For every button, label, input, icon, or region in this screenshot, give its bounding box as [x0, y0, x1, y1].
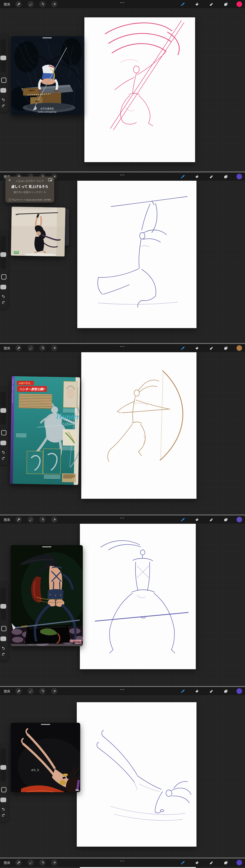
actions-button[interactable]	[15, 688, 22, 694]
color-swatch-button[interactable]	[237, 174, 242, 179]
modify-button[interactable]	[1, 274, 6, 279]
multitask-dots[interactable]: •••	[120, 517, 125, 519]
redo-button[interactable]	[1, 300, 5, 304]
layers-button[interactable]	[223, 174, 229, 179]
undo-button[interactable]	[1, 450, 5, 454]
reference-window-figure-back[interactable]: ACTOYS actoys.net	[11, 545, 83, 646]
eraser-tool-button[interactable]	[209, 517, 214, 522]
transform-button[interactable]	[51, 860, 57, 866]
smudge-tool-button[interactable]	[195, 517, 200, 522]
redo-button[interactable]	[1, 652, 5, 656]
eraser-tool-button[interactable]	[209, 174, 214, 179]
brush-tool-button[interactable]	[180, 174, 185, 179]
modify-button[interactable]	[1, 430, 6, 435]
layers-button[interactable]	[223, 860, 229, 865]
now-playing-row[interactable]: ♪ サムライハート (Some Like It Hot!!) - SPYAIR	[5, 198, 54, 201]
brush-size-slider[interactable]	[0, 408, 6, 413]
canvas-page[interactable]	[84, 18, 195, 162]
actions-button[interactable]	[15, 1, 22, 7]
brush-tool-button[interactable]	[180, 860, 185, 865]
brush-tool-button[interactable]	[180, 345, 185, 351]
pip-icon[interactable]	[48, 178, 52, 181]
window-drag-handle[interactable]	[42, 546, 51, 547]
gallery-button[interactable]: 图库	[4, 689, 10, 693]
brush-size-slider[interactable]	[0, 765, 6, 770]
color-swatch-button[interactable]	[237, 688, 242, 694]
window-drag-handle[interactable]	[41, 724, 50, 725]
eraser-tool-button[interactable]	[209, 688, 214, 694]
multitask-dots[interactable]: •••	[120, 174, 125, 176]
redo-button[interactable]	[1, 813, 5, 817]
eraser-tool-button[interactable]	[209, 345, 214, 351]
gallery-button[interactable]: 图库	[4, 346, 10, 350]
modify-button[interactable]	[1, 626, 6, 631]
canvas-page[interactable]	[80, 867, 196, 868]
selection-button[interactable]	[39, 688, 45, 694]
brush-tool-button[interactable]	[180, 2, 185, 7]
multitask-dots[interactable]: •••	[120, 688, 125, 691]
transform-button[interactable]	[51, 345, 57, 351]
adjustments-button[interactable]	[28, 345, 34, 351]
gallery-button[interactable]: 图库	[4, 860, 10, 865]
window-drag-handle[interactable]	[42, 37, 52, 38]
eraser-tool-button[interactable]	[209, 860, 214, 865]
modify-button[interactable]	[1, 78, 6, 83]
color-swatch-button[interactable]	[237, 345, 242, 351]
brush-size-slider[interactable]	[0, 604, 6, 609]
undo-button[interactable]	[1, 98, 5, 101]
adjustments-button[interactable]	[28, 688, 34, 694]
actions-button[interactable]	[15, 517, 22, 523]
opacity-slider[interactable]	[0, 441, 6, 445]
opacity-slider[interactable]	[0, 637, 6, 641]
modify-button[interactable]	[1, 787, 6, 792]
adjustments-button[interactable]	[28, 860, 34, 866]
reference-window-magazine[interactable]: Hobby JAPAN CHARACTERS メガハウス、 ハンター原型公開!!…	[10, 376, 80, 485]
smudge-tool-button[interactable]	[195, 345, 200, 351]
selection-button[interactable]	[39, 345, 45, 351]
eraser-tool-button[interactable]	[209, 2, 214, 7]
smudge-tool-button[interactable]	[195, 688, 200, 694]
undo-button[interactable]	[1, 294, 5, 298]
redo-button[interactable]	[1, 104, 5, 107]
canvas-page[interactable]	[80, 523, 196, 669]
actions-button[interactable]	[15, 345, 22, 351]
brush-tool-button[interactable]	[180, 688, 185, 694]
redo-button[interactable]	[1, 456, 5, 460]
brush-size-slider[interactable]	[0, 56, 6, 60]
brush-tool-button[interactable]	[180, 517, 185, 522]
canvas-page[interactable]	[77, 702, 197, 847]
multitask-dots[interactable]: •••	[120, 1, 125, 4]
adjustments-button[interactable]	[28, 517, 34, 523]
layers-button[interactable]	[223, 517, 229, 522]
multitask-dots[interactable]: •••	[120, 345, 125, 348]
color-swatch-button[interactable]	[237, 517, 242, 522]
layers-button[interactable]	[223, 688, 229, 694]
undo-button[interactable]	[1, 807, 5, 811]
opacity-slider[interactable]	[0, 798, 6, 802]
color-swatch-button[interactable]	[237, 1, 242, 7]
undo-button[interactable]	[1, 646, 5, 650]
transform-button[interactable]	[51, 517, 57, 523]
canvas-page[interactable]	[81, 352, 197, 499]
opacity-slider[interactable]	[0, 285, 6, 289]
actions-button[interactable]	[15, 860, 22, 866]
transform-button[interactable]	[51, 1, 57, 7]
reference-window-figure-photo[interactable]: 一騎当千 奉納 @手办童萌会 weibo.com/upshop	[11, 36, 83, 115]
opacity-slider[interactable]	[0, 88, 6, 93]
brush-size-slider[interactable]	[0, 252, 6, 257]
adjustments-button[interactable]	[28, 1, 34, 7]
selection-button[interactable]	[39, 1, 45, 7]
layers-button[interactable]	[223, 2, 229, 7]
smudge-tool-button[interactable]	[195, 860, 200, 865]
canvas-page[interactable]	[77, 181, 197, 328]
layers-button[interactable]	[223, 345, 229, 351]
gallery-button[interactable]: 图库	[4, 2, 10, 6]
selection-button[interactable]	[39, 860, 45, 866]
multitask-dots[interactable]: •••	[120, 860, 125, 863]
reference-window-reclining-figure[interactable]: @又_又	[11, 723, 80, 792]
reference-window-katana-figure[interactable]	[11, 207, 66, 256]
video-scrub-strip[interactable]	[11, 644, 83, 646]
selection-button[interactable]	[39, 517, 45, 523]
color-swatch-button[interactable]	[237, 860, 242, 865]
transform-button[interactable]	[51, 688, 57, 694]
